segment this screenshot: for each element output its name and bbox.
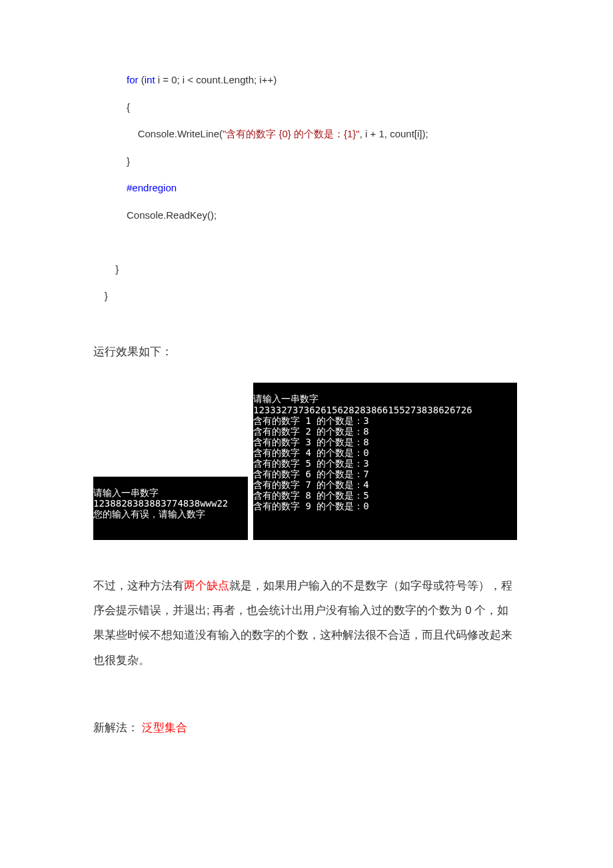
console-result-row: 含有的数字 3 的个数是：8: [253, 437, 369, 447]
code-line-blank: [93, 229, 520, 256]
code-line-readkey: Console.ReadKey();: [93, 202, 520, 229]
endregion-directive: #endregion: [127, 182, 177, 193]
code-line-end-brace2: }: [93, 283, 520, 310]
literal-one: 1: [378, 128, 384, 139]
console-output-container: 请输入一串数字 1238828383883774838www22 您的输入有误，…: [93, 383, 520, 539]
for-condition: ; i < count.Length; i++): [177, 74, 277, 85]
code-line-writeline: Console.WriteLine("含有的数字 {0} 的个数是：{1}", …: [93, 121, 520, 148]
keyword-int: int: [145, 74, 155, 85]
run-result-label: 运行效果如下：: [93, 337, 520, 367]
literal-zero: 0: [171, 74, 177, 85]
console-result-row: 含有的数字 6 的个数是：7: [253, 469, 369, 479]
keyword-for: for: [127, 74, 139, 85]
code-block: for (int i = 0; i < count.Length; i++) {…: [93, 67, 520, 310]
console-result-row: 含有的数字 7 的个数是：4: [253, 479, 369, 490]
console-result-row: 含有的数字 1 的个数是：3: [253, 415, 369, 426]
console-result-row: 含有的数字 2 的个数是：8: [253, 426, 369, 437]
new-method-label: 新解法：: [93, 721, 139, 734]
new-method-line: 新解法： 泛型集合: [93, 713, 520, 743]
analysis-flaw-phrase: 两个缺点: [184, 579, 229, 592]
string-literal: "含有的数字 {0} 的个数是：{1}": [223, 128, 360, 139]
analysis-paragraph: 不过，这种方法有两个缺点就是，如果用户输入的不是数字（如字母或符号等），程序会提…: [93, 573, 520, 673]
console-input: 123332737362615628283866155273838626726: [253, 405, 472, 415]
console-result-row: 含有的数字 9 的个数是：0: [253, 501, 369, 511]
console-result-row: 含有的数字 8 的个数是：5: [253, 490, 369, 501]
analysis-pre: 不过，这种方法有: [93, 579, 184, 592]
console-result-row: 含有的数字 5 的个数是：3: [253, 458, 369, 469]
code-line-for: for (int i = 0; i < count.Length; i++): [93, 67, 520, 94]
code-line-brace-open: {: [93, 94, 520, 121]
code-line-end-brace1: }: [93, 256, 520, 283]
console-padding: [253, 512, 517, 540]
console-result-row: 含有的数字 4 的个数是：0: [253, 447, 369, 458]
console-output-error: 请输入一串数字 1238828383883774838www22 您的输入有误，…: [93, 477, 248, 539]
console-prompt: 请输入一串数字: [93, 487, 159, 498]
analysis-rest: 就是，如果用户输入的不是数字（如字母或符号等），程序会提示错误，并退出; 再者，…: [93, 579, 512, 667]
console-readkey: Console.ReadKey();: [127, 209, 217, 221]
console-prompt: 请输入一串数字: [253, 393, 318, 404]
console-error-msg: 您的输入有误，请输入数字: [93, 509, 205, 519]
code-line-endregion: #endregion: [93, 175, 520, 202]
new-method-name: 泛型集合: [142, 721, 187, 734]
code-line-brace-close: }: [93, 148, 520, 175]
console-writeline: Console.WriteLine(: [138, 128, 223, 139]
console-output-success: 请输入一串数字 12333273736261562828386615527383…: [253, 383, 517, 539]
console-padding: [93, 520, 248, 540]
console-input: 1238828383883774838www22: [93, 498, 228, 509]
